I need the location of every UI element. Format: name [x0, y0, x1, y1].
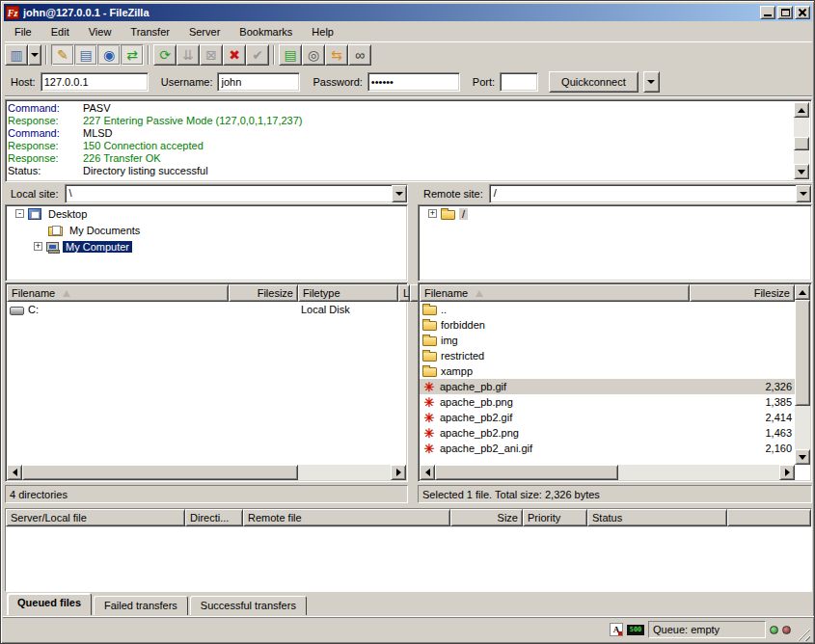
- quickconnect-button[interactable]: Quickconnect: [549, 71, 638, 93]
- toggle-local-tree-icon[interactable]: ▤: [74, 44, 97, 66]
- resize-grip[interactable]: [797, 628, 810, 641]
- file-size-cell: [690, 317, 795, 333]
- directory-comparison-icon[interactable]: ◎: [302, 44, 325, 66]
- local-file-list: FilenameFilesizeFiletypeL C:Local Disk: [5, 282, 408, 482]
- port-input[interactable]: [500, 72, 538, 92]
- file-row[interactable]: xampp: [420, 363, 795, 379]
- menu-item-file[interactable]: File: [5, 24, 41, 40]
- column-header-remote-file[interactable]: Remote file: [243, 509, 450, 526]
- file-row[interactable]: ..: [420, 302, 795, 317]
- menu-item-help[interactable]: Help: [302, 24, 343, 40]
- tree-item-desktop[interactable]: -Desktop: [6, 205, 407, 222]
- file-row[interactable]: restricted: [420, 348, 795, 363]
- menu-item-transfer[interactable]: Transfer: [121, 24, 179, 40]
- remote-horizontal-scrollbar[interactable]: [420, 465, 795, 480]
- local-list-rows: C:Local Disk: [7, 302, 406, 465]
- remote-vertical-scrollbar[interactable]: [795, 284, 810, 465]
- column-header-filename[interactable]: Filename: [420, 284, 690, 302]
- column-header-filetype[interactable]: Filetype: [298, 284, 398, 302]
- find-files-icon[interactable]: ∞: [348, 44, 371, 66]
- password-input[interactable]: [367, 72, 460, 92]
- menu-item-edit[interactable]: Edit: [41, 24, 79, 40]
- tree-expander-icon[interactable]: -: [15, 209, 24, 218]
- scroll-down-icon[interactable]: [795, 449, 810, 465]
- toggle-transfer-queue-icon[interactable]: ⇄: [121, 44, 144, 66]
- file-row[interactable]: ✳apache_pb.gif2,326: [420, 379, 795, 394]
- tree-expander-icon[interactable]: +: [428, 209, 437, 218]
- file-name-cell: ..: [420, 302, 690, 317]
- remote-site-combo[interactable]: /: [489, 184, 812, 203]
- local-site-dropdown-button[interactable]: [392, 185, 407, 202]
- datatype-ascii-icon: A: [610, 623, 623, 636]
- host-input[interactable]: [41, 72, 149, 92]
- column-header-priority[interactable]: Priority: [523, 509, 587, 526]
- message-log-scrollbar[interactable]: [794, 102, 809, 179]
- tree-item-my-computer[interactable]: +My Computer: [6, 238, 407, 255]
- file-name: apache_pb2.png: [440, 427, 519, 439]
- scroll-left-icon[interactable]: [7, 465, 22, 480]
- site-manager-icon[interactable]: ▥: [5, 44, 28, 66]
- scroll-up-icon[interactable]: [795, 284, 810, 300]
- local-horizontal-scrollbar[interactable]: [7, 465, 406, 480]
- tab-queued-files[interactable]: Queued files: [7, 593, 92, 615]
- cancel-operation-icon[interactable]: ⊠: [200, 44, 223, 66]
- file-row[interactable]: forbidden: [420, 317, 795, 333]
- column-header-directi-[interactable]: Directi...: [185, 509, 243, 526]
- tree-expander-icon[interactable]: +: [34, 242, 42, 251]
- quickconnect-dropdown-button[interactable]: [643, 71, 660, 93]
- maximize-button[interactable]: [777, 6, 793, 19]
- reconnect-icon[interactable]: ✔: [246, 44, 269, 66]
- site-manager-dropdown[interactable]: [28, 44, 41, 66]
- toggle-remote-tree-icon[interactable]: ◉: [97, 44, 121, 66]
- column-header-server-local-file[interactable]: Server/Local file: [6, 509, 185, 526]
- scrollbar-thumb[interactable]: [794, 137, 809, 150]
- scrollbar-thumb[interactable]: [435, 465, 618, 480]
- tree-item--[interactable]: +/: [419, 205, 811, 222]
- column-header-filename[interactable]: Filename: [7, 284, 229, 302]
- column-header-status[interactable]: Status: [587, 509, 727, 526]
- chevron-down-icon: [800, 192, 807, 196]
- local-site-label: Local site:: [5, 188, 65, 200]
- file-row[interactable]: ✳apache_pb2.gif2,414: [420, 410, 795, 425]
- scroll-down-icon[interactable]: [794, 164, 809, 179]
- file-row[interactable]: img: [420, 333, 795, 348]
- column-header-l[interactable]: L: [398, 284, 410, 302]
- scroll-left-icon[interactable]: [420, 465, 435, 480]
- scroll-right-icon[interactable]: [391, 465, 406, 480]
- filter-icon[interactable]: ▤: [279, 44, 302, 66]
- file-row[interactable]: C:Local Disk: [7, 302, 406, 317]
- tab-successful-transfers[interactable]: Successful transfers: [190, 596, 307, 615]
- file-size-cell: 1,463: [690, 425, 795, 441]
- refresh-icon[interactable]: ⟳: [153, 44, 177, 66]
- scrollbar-thumb[interactable]: [795, 300, 810, 406]
- username-input[interactable]: [217, 72, 300, 92]
- menu-item-bookmarks[interactable]: Bookmarks: [230, 24, 302, 40]
- close-button[interactable]: [795, 6, 810, 19]
- minimize-button[interactable]: [760, 6, 775, 19]
- synchronized-browsing-icon[interactable]: ⇆: [325, 44, 348, 66]
- process-queue-icon[interactable]: ⇊: [177, 44, 200, 66]
- title-bar[interactable]: Fz john@127.0.0.1 - FileZilla: [4, 4, 812, 21]
- username-label: Username:: [161, 76, 213, 88]
- column-header-filesize[interactable]: Filesize: [229, 284, 298, 302]
- file-row[interactable]: ✳apache_pb2.png1,463: [420, 425, 795, 441]
- tree-item-my-documents[interactable]: My Documents: [6, 222, 407, 238]
- tree-item-label: My Documents: [67, 225, 143, 236]
- column-header-size[interactable]: Size: [450, 509, 523, 526]
- scroll-up-icon[interactable]: [794, 102, 809, 118]
- toggle-message-log-icon[interactable]: ✎: [51, 44, 74, 66]
- scrollbar-thumb[interactable]: [22, 465, 298, 480]
- file-name-cell: img: [420, 333, 690, 348]
- disconnect-icon[interactable]: ✖: [223, 44, 246, 66]
- file-name: apache_pb.gif: [440, 381, 506, 392]
- file-row[interactable]: ✳apache_pb.png1,385: [420, 394, 795, 410]
- tab-failed-transfers[interactable]: Failed transfers: [94, 596, 188, 615]
- local-site-combo[interactable]: \: [65, 184, 408, 203]
- log-line: Response:227 Entering Passive Mode (127,…: [8, 115, 794, 127]
- remote-site-dropdown-button[interactable]: [796, 185, 811, 202]
- column-header-filesize[interactable]: Filesize: [690, 284, 795, 302]
- menu-item-view[interactable]: View: [79, 24, 122, 40]
- file-row[interactable]: ✳apache_pb2_ani.gif2,160: [420, 441, 795, 456]
- menu-item-server[interactable]: Server: [179, 24, 230, 40]
- scroll-right-icon[interactable]: [779, 465, 795, 480]
